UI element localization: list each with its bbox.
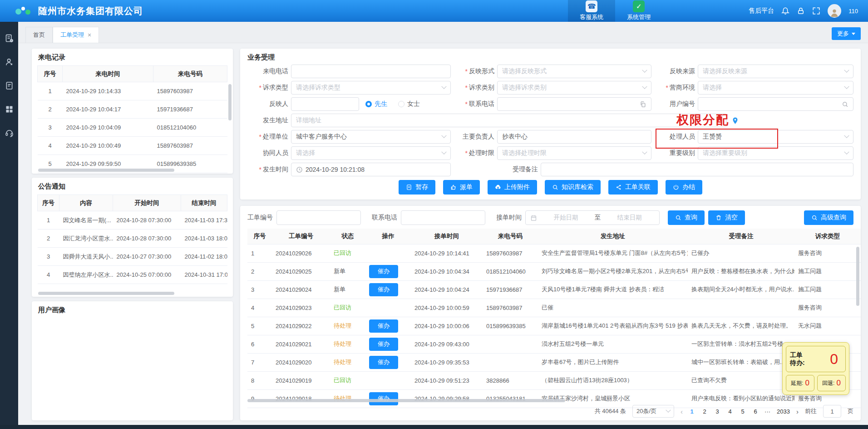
urge-button[interactable]: 催办 <box>369 319 398 333</box>
close-icon[interactable]: × <box>88 32 91 38</box>
sidebar-item-workorder-config-icon[interactable] <box>5 34 14 43</box>
prev-page-icon[interactable]: ‹ <box>681 408 683 415</box>
hscrollbar-thumb[interactable] <box>247 399 565 402</box>
save-draft-button[interactable]: 暂存 <box>399 180 435 195</box>
page-number[interactable]: 6 <box>753 408 758 415</box>
sidebar-item-records-icon[interactable] <box>5 81 14 90</box>
search-icon[interactable] <box>842 101 848 108</box>
co-worker-select[interactable]: 请选择 <box>291 146 451 160</box>
announcement-row[interactable]: 3 因舜井大道天风小... 2024-10-27 07:30:00 2024-1… <box>38 248 227 266</box>
order-no-link[interactable]: 20241029024 <box>272 280 330 299</box>
goto-page-input[interactable] <box>823 405 841 418</box>
appeal-type-select[interactable]: 请选择诉求类型 <box>291 81 451 95</box>
contact-phone-input[interactable] <box>497 97 651 111</box>
main-leader-input[interactable]: 抄表中心 <box>497 130 651 144</box>
sidebar-item-customer-icon[interactable] <box>5 57 14 67</box>
status-badge: 待处理 <box>334 322 351 329</box>
address-input[interactable]: 详细地址 <box>291 114 727 127</box>
finish-button[interactable]: 办结 <box>666 180 702 195</box>
importance-select[interactable]: 请选择重要级别 <box>698 146 853 160</box>
avatar[interactable] <box>828 4 841 18</box>
page-size-select[interactable]: 20条/页 <box>632 405 674 418</box>
tab-work-order[interactable]: 工单受理 × <box>53 27 99 43</box>
page-ellipsis[interactable]: ··· <box>764 408 770 415</box>
call-record-row[interactable]: 3 2024-10-29 10:04:09 018512104060 <box>38 119 227 137</box>
nav-tab-system-mgmt[interactable]: ✓ 系统管理 <box>615 0 662 22</box>
knowledge-search-button[interactable]: 知识库检索 <box>545 180 601 195</box>
page-number[interactable]: 2 <box>702 408 707 415</box>
fullscreen-icon[interactable] <box>812 7 820 15</box>
call-record-row[interactable]: 1 2024-10-29 10:14:33 15897603987 <box>38 82 227 100</box>
search-button[interactable]: 查询 <box>668 210 705 225</box>
advanced-search-button[interactable]: 高级查询 <box>804 210 853 225</box>
copy-icon[interactable] <box>640 101 646 108</box>
order-no-link[interactable]: 20241029020 <box>272 353 330 371</box>
hscrollbar-thumb[interactable] <box>38 292 174 295</box>
phone-query-input[interactable] <box>401 210 485 225</box>
tab-home[interactable]: 首页 <box>25 27 53 43</box>
upload-attachment-button[interactable]: 上传附件 <box>488 180 537 195</box>
todo-popup[interactable]: 工单 待办: 0 延期: 0 回退: 0 <box>782 342 849 395</box>
order-no-link[interactable]: 20241029023 <box>272 299 330 317</box>
handle-limit-select[interactable]: 请选择处理时限 <box>497 146 651 160</box>
announcement-row[interactable]: 1 因文峰名居一期(... 2024-10-28 07:30:00 2024-1… <box>38 211 227 229</box>
todo-main-box: 工单 待办: 0 <box>786 346 846 372</box>
order-no-link[interactable]: 20241029022 <box>272 317 330 335</box>
order-no-link[interactable]: 20241029025 <box>272 262 330 280</box>
order-no-link[interactable]: 20241029018 <box>272 389 330 408</box>
urge-button[interactable]: 催办 <box>369 283 398 296</box>
last-page-number[interactable]: 2033 <box>777 408 790 415</box>
phone-icon: ☎ <box>586 0 597 12</box>
gender-female-radio[interactable]: 女士 <box>398 100 420 108</box>
sidebar-item-headset-icon[interactable] <box>5 128 14 138</box>
hscrollbar-thumb[interactable] <box>38 169 174 172</box>
announcement-row[interactable]: 4 因璧纳左岸小区水... 2024-10-25 07:00:00 2024-1… <box>38 266 227 284</box>
lock-icon[interactable] <box>797 7 805 15</box>
handle-unit-select[interactable]: 城中客户服务中心 <box>291 130 451 144</box>
urge-button[interactable]: 催办 <box>369 265 398 278</box>
next-page-icon[interactable]: › <box>796 408 799 415</box>
order-no-query-input[interactable] <box>276 210 361 225</box>
handler-label: 处理人员 <box>654 130 695 144</box>
call-record-row[interactable]: 2 2024-10-29 10:04:17 15971936687 <box>38 100 227 119</box>
page-number[interactable]: 3 <box>715 408 720 415</box>
bell-icon[interactable] <box>781 7 789 15</box>
gender-male-radio[interactable]: 先生 <box>365 100 387 108</box>
accept-note-input[interactable] <box>541 163 853 176</box>
reflect-person-input[interactable] <box>291 97 359 111</box>
call-record-row[interactable]: 4 2024-10-29 10:00:49 15897603987 <box>38 137 227 155</box>
user-no-input[interactable] <box>698 97 853 111</box>
biz-env-select[interactable]: 请选择 <box>698 81 853 95</box>
dispatch-button[interactable]: 派单 <box>443 180 480 195</box>
order-no-link[interactable]: 20241029019 <box>272 371 330 389</box>
more-button[interactable]: 更多 <box>832 27 861 40</box>
order-no-link[interactable]: 20241029026 <box>272 244 330 262</box>
nav-tab-customer-service[interactable]: ☎ 客服系统 <box>568 0 615 22</box>
page-number[interactable]: 1 <box>689 408 695 415</box>
importance-label: 重要级别 <box>654 146 695 160</box>
urge-button[interactable]: 催办 <box>369 392 398 405</box>
after-sale-link[interactable]: 售后平台 <box>749 7 774 15</box>
reflect-source-select[interactable]: 请选择反映来源 <box>698 65 853 78</box>
vscrollbar-thumb[interactable] <box>228 84 232 120</box>
urge-button[interactable]: 催办 <box>369 338 398 351</box>
location-pin-icon[interactable] <box>731 117 739 125</box>
share-icon <box>616 184 622 190</box>
call-phone-input[interactable] <box>291 65 451 78</box>
announcement-row[interactable]: 2 因汇龙湾小区需水... 2024-10-28 07:30:00 2024-1… <box>38 229 227 248</box>
page-number[interactable]: 4 <box>727 408 733 415</box>
sidebar-item-apps-icon[interactable] <box>5 105 14 114</box>
order-no-link[interactable]: 20241029021 <box>272 335 330 353</box>
biz-env-label: *营商环境 <box>654 81 695 95</box>
urge-button[interactable]: 催办 <box>369 356 398 369</box>
date-range-picker[interactable]: 开始日期 至 结束日期 <box>525 210 660 225</box>
appeal-class-select[interactable]: 请选择诉求类别 <box>497 81 651 95</box>
document-icon <box>406 184 412 190</box>
occur-time-input[interactable]: 2024-10-29 10:21:08 <box>291 163 451 176</box>
vscrollbar-thumb[interactable] <box>856 247 859 306</box>
page-number[interactable]: 5 <box>740 408 745 415</box>
handler-select[interactable]: 王赟赟 <box>698 130 853 144</box>
reflect-form-select[interactable]: 请选择反映形式 <box>497 65 651 78</box>
clear-button[interactable]: 清空 <box>708 210 745 225</box>
link-workorder-button[interactable]: 工单关联 <box>608 180 658 195</box>
